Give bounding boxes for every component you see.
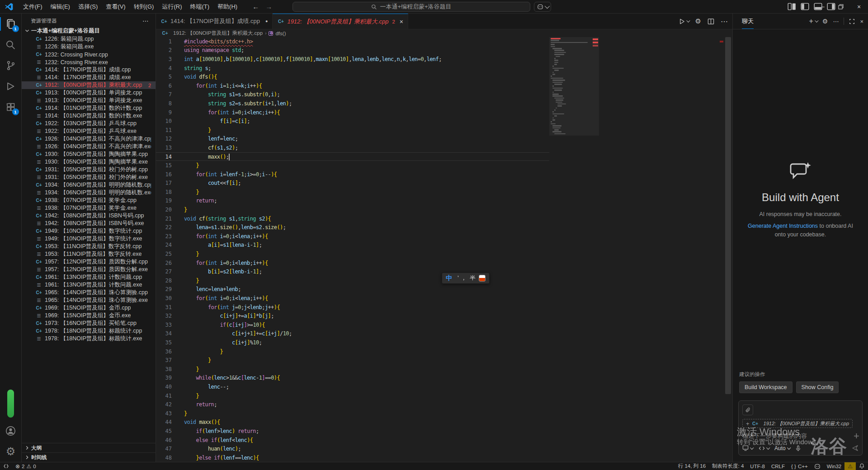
file-tree-item[interactable]: C+1414: 【17NOIP普及组】成绩.cpp	[22, 66, 156, 74]
code-line[interactable]: 3int a[100010],b[100010],c[100010],f[100…	[156, 55, 549, 64]
file-tree-item[interactable]: C+1969: 【15NOIP普及组】金币.cpp	[22, 304, 156, 312]
breadcrumb-file[interactable]: 1912: 【00NOIP普及组】乘积最大.cpp	[173, 30, 263, 37]
chat-tab[interactable]: 聊天	[742, 14, 754, 29]
code-line[interactable]: 33 if(c[i+j]>=10){	[156, 320, 549, 329]
language-mode[interactable]: { }C++	[788, 462, 811, 470]
context-pill[interactable]: + C+ 1912: 【00NOIP普及组】乘积最大.cpp	[742, 419, 853, 428]
file-tree-item[interactable]: ☰1965: 【14NOIP普及组】珠心算测验.exe	[22, 296, 156, 304]
file-tree-item[interactable]: C+1914: 【01NOIP普及组】数的计数.cpp	[22, 104, 156, 112]
code-editor[interactable]: 1#include<bits/stdc++.h>2using namespace…	[156, 37, 732, 462]
code-line[interactable]: 15 }	[156, 161, 549, 170]
suggested-action-button[interactable]: Build Workspace	[739, 381, 793, 393]
file-tree-item[interactable]: ☰1926: 【04NOIP普及组】不高兴的津津.exe	[22, 143, 156, 150]
menu-v[interactable]: 查看(V)	[102, 0, 129, 14]
code-line[interactable]: 20}	[156, 205, 549, 214]
code-line[interactable]: 28 }	[156, 276, 549, 285]
code-line[interactable]: 16 for(int i=lenf-1;i>=0;i--){	[156, 170, 549, 179]
copilot-button[interactable]	[534, 2, 551, 12]
tools-picker-button[interactable]	[759, 446, 769, 451]
problems-indicator[interactable]: ⊗ 2 ⚠ 0	[12, 462, 39, 470]
ime-language-mode[interactable]: 中	[446, 274, 452, 282]
code-line[interactable]: 27 b[i]=s2[lenb-i-1];	[156, 267, 549, 276]
code-line[interactable]: 9 for(int i=0;i<lenc;i++){	[156, 108, 549, 117]
file-tree-item[interactable]: C+1961: 【13NOIP普及组】计数问题.cpp	[22, 273, 156, 281]
generate-agent-instructions-link[interactable]: Generate Agent Instructions	[748, 223, 818, 229]
search-activity-icon[interactable]	[0, 34, 22, 55]
tab-active-file[interactable]: C+ 1912: 【00NOIP普及组】乘积最大.cpp 2 ×	[273, 14, 408, 29]
file-tree-item[interactable]: ☰1226: 装箱问题.exe	[22, 43, 156, 51]
file-tree-item[interactable]: C+1953: 【11NOIP普及组】数字反转.cpp	[22, 243, 156, 250]
file-tree-item[interactable]: ☰1978: 【18NOIP普及组】标题统计.exe	[22, 335, 156, 343]
file-tree-item[interactable]: ☰1949: 【10NOIP普及组】数字统计.exe	[22, 235, 156, 243]
run-debug-activity-icon[interactable]	[0, 76, 22, 97]
file-tree-item[interactable]: C+1973: 【16NOIP普及组】买铅笔.cpp	[22, 320, 156, 327]
cursor-position[interactable]: 行 14, 列 16	[675, 462, 709, 470]
attach-context-button[interactable]	[742, 404, 753, 415]
close-window-button[interactable]: ×	[850, 0, 868, 14]
code-line[interactable]: 39 while(lenc>1&&c[lenc-1]==0){	[156, 374, 549, 383]
code-line[interactable]: 35 c[i+j]%10;	[156, 338, 549, 347]
code-line[interactable]: 31 for(int j=0;j<lenb;j++){	[156, 303, 549, 312]
chat-input-box[interactable]: + C+ 1912: 【00NOIP普及组】乘积最大.cpp 描述下一步要构建的…	[738, 400, 863, 456]
ime-toolbar[interactable]: 中 ＇， 半	[442, 273, 490, 284]
editor-more-actions-icon[interactable]: ⋯	[721, 17, 728, 26]
code-line[interactable]: 40 lenc--;	[156, 382, 549, 391]
mode-picker-button[interactable]	[742, 445, 753, 451]
menu-t[interactable]: 终端(T)	[186, 0, 213, 14]
copilot-status[interactable]	[811, 462, 824, 470]
code-line[interactable]: 18 }	[156, 188, 549, 197]
run-cpp-button[interactable]	[679, 18, 689, 25]
timeline-section-header[interactable]: 时间线	[22, 452, 156, 462]
code-line[interactable]: 6 for(int i=1;i<=k;i++){	[156, 81, 549, 90]
code-line[interactable]: 38 }	[156, 365, 549, 374]
file-tree-item[interactable]: ☰1938: 【07NOIP普及组】奖学金.exe	[22, 204, 156, 212]
code-line[interactable]: 48 }else if(lenf==lenc){	[156, 453, 549, 462]
settings-gear-icon[interactable]: ⚙	[0, 441, 22, 462]
file-tree-item[interactable]: C+1922: 【03NOIP普及组】乒乓球.cpp	[22, 120, 156, 127]
remote-indicator[interactable]	[0, 462, 12, 470]
editor-settings-gear-icon[interactable]: ⚙	[695, 17, 701, 25]
menu-r[interactable]: 运行(R)	[158, 0, 186, 14]
eol-setting[interactable]: CRLF	[768, 462, 788, 470]
notifications-bell[interactable]	[856, 462, 868, 470]
toggle-sidebar-icon[interactable]	[801, 2, 809, 11]
file-tree-item[interactable]: C+1949: 【10NOIP普及组】数字统计.cpp	[22, 227, 156, 235]
menu-f[interactable]: 文件(F)	[19, 0, 47, 14]
code-line[interactable]: 32 c[i+j]+=a[i]*b[j];	[156, 311, 549, 320]
code-line[interactable]: 34 c[i+j+1]+=c[i+j]/10;	[156, 329, 549, 338]
code-line[interactable]: 36 }	[156, 347, 549, 356]
code-line[interactable]: 25 }	[156, 249, 549, 258]
file-tree-item[interactable]: C+1912: 【00NOIP普及组】乘积最大.cpp2	[22, 81, 156, 89]
menu-h[interactable]: 帮助(H)	[213, 0, 241, 14]
minimize-button[interactable]: −	[814, 0, 832, 14]
code-line[interactable]: 11 }	[156, 126, 549, 135]
code-line[interactable]: 45 if(lenf>lenc) return;	[156, 427, 549, 436]
code-line[interactable]: 7 string s1=s.substr(0,i);	[156, 90, 549, 99]
code-line[interactable]: 41 }	[156, 391, 549, 400]
maximize-panel-icon[interactable]	[849, 19, 855, 24]
outline-section-header[interactable]: 大纲	[22, 443, 156, 452]
ime-punctuation-mode[interactable]: ＇，	[455, 274, 467, 282]
chat-input-placeholder[interactable]: 描述下一步要构建的内容	[742, 432, 859, 440]
command-center-search[interactable]: 一本通+编程启蒙+洛谷题目	[292, 2, 530, 12]
code-line[interactable]: 17 cout<<f[i];	[156, 179, 549, 188]
menu-s[interactable]: 选择(S)	[74, 0, 102, 14]
editor-scrollbar[interactable]	[725, 37, 731, 394]
menu-e[interactable]: 编辑(E)	[47, 0, 74, 14]
code-line[interactable]: 14 maxx();	[156, 152, 549, 161]
file-tree-item[interactable]: C+1226: 装箱问题.cpp	[22, 35, 156, 43]
file-tree-item[interactable]: ☰1957: 【12NOIP普及组】质因数分解.exe	[22, 266, 156, 273]
code-line[interactable]: 43}	[156, 409, 549, 418]
split-editor-icon[interactable]	[708, 18, 714, 25]
file-tree-item[interactable]: C+1957: 【12NOIP普及组】质因数分解.cpp	[22, 258, 156, 266]
code-line[interactable]: 42 return;	[156, 400, 549, 409]
code-line[interactable]: 21void cf(string s1,string s2){	[156, 214, 549, 223]
code-line[interactable]: 26 for(int i=0;i<lenb;i++){	[156, 258, 549, 268]
file-tree-item[interactable]: ☰1934: 【06NOIP普及组】明明的随机数.exe	[22, 189, 156, 197]
file-tree-item[interactable]: C+1934: 【06NOIP普及组】明明的随机数.cpp	[22, 181, 156, 189]
model-picker[interactable]: Auto	[774, 445, 789, 451]
explorer-activity-icon[interactable]: 1	[0, 14, 22, 34]
code-line[interactable]: 4string s;	[156, 64, 549, 73]
file-tree-item[interactable]: C+1931: 【05NOIP普及组】校门外的树.cpp	[22, 166, 156, 174]
code-line[interactable]: 44void maxx(){	[156, 418, 549, 427]
